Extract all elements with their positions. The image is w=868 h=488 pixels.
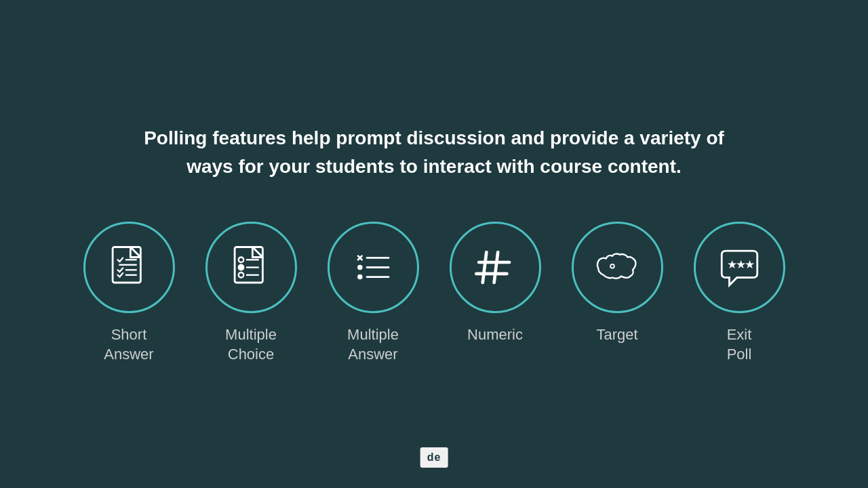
svg-text:★: ★ bbox=[745, 258, 755, 271]
svg-point-17 bbox=[357, 274, 363, 280]
icon-circle-exit-poll: ★ ★ ★ bbox=[694, 222, 785, 313]
icon-circle-multiple-choice bbox=[205, 222, 297, 313]
headline: Polling features help prompt discussion … bbox=[129, 124, 739, 181]
icon-item-multiple-answer: MultipleAnswer bbox=[326, 222, 420, 364]
svg-point-8 bbox=[238, 265, 243, 270]
multiple-choice-icon bbox=[226, 242, 277, 293]
icons-row: ShortAnswer MultipleChoice bbox=[81, 222, 787, 364]
short-answer-label: ShortAnswer bbox=[104, 325, 153, 364]
icon-circle-numeric bbox=[450, 222, 541, 313]
svg-point-24 bbox=[611, 265, 614, 268]
exit-poll-icon: ★ ★ ★ bbox=[714, 242, 765, 293]
exit-poll-label: ExitPoll bbox=[727, 325, 752, 364]
icon-item-short-answer: ShortAnswer bbox=[81, 222, 176, 364]
svg-line-20 bbox=[494, 252, 498, 283]
bottom-logo: de bbox=[420, 447, 448, 468]
multiple-choice-label: MultipleChoice bbox=[225, 325, 277, 364]
svg-point-6 bbox=[238, 257, 243, 262]
short-answer-icon bbox=[104, 242, 155, 293]
icon-circle-target bbox=[572, 222, 663, 313]
numeric-label: Numeric bbox=[467, 325, 523, 345]
svg-point-10 bbox=[238, 272, 243, 278]
icon-circle-multiple-answer bbox=[328, 222, 419, 313]
svg-point-15 bbox=[357, 265, 363, 270]
target-label: Target bbox=[596, 325, 637, 345]
multiple-answer-label: MultipleAnswer bbox=[347, 325, 399, 364]
icon-item-target: Target bbox=[570, 222, 665, 345]
numeric-icon bbox=[470, 242, 521, 293]
multiple-answer-icon bbox=[348, 242, 399, 293]
icon-item-multiple-choice: MultipleChoice bbox=[203, 222, 298, 364]
icon-item-numeric: Numeric bbox=[448, 222, 542, 345]
target-icon bbox=[592, 242, 643, 293]
icon-circle-short-answer bbox=[83, 222, 175, 313]
svg-line-19 bbox=[482, 252, 486, 283]
icon-item-exit-poll: ★ ★ ★ ExitPoll bbox=[692, 222, 787, 364]
